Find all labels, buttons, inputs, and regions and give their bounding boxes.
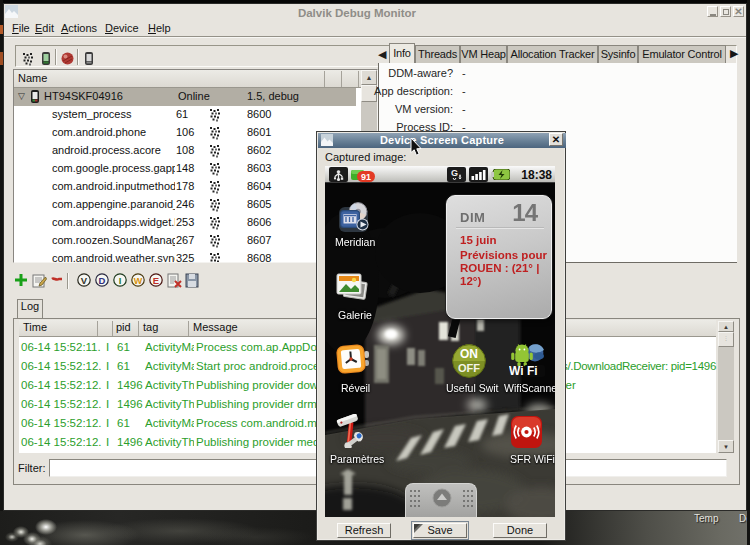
svg-text:Fi: Fi — [527, 364, 538, 377]
svg-text:D: D — [99, 275, 106, 286]
svg-text:ON: ON — [460, 347, 478, 361]
svg-text:V: V — [81, 275, 88, 286]
svg-text:OFF: OFF — [458, 362, 480, 374]
svg-text:Wi: Wi — [509, 364, 524, 377]
svg-text:G: G — [451, 168, 458, 178]
svg-text:E: E — [153, 275, 159, 286]
svg-text:I: I — [119, 275, 122, 286]
svg-text:91: 91 — [361, 172, 371, 182]
svg-text:W: W — [134, 276, 143, 286]
